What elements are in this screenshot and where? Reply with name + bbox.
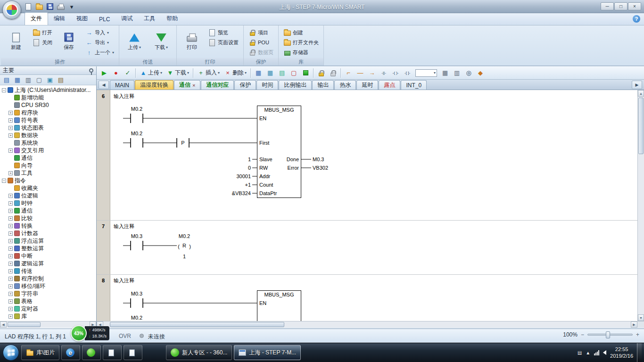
contact-m0-3[interactable]: M0.3 <box>123 233 177 250</box>
insert-box-button[interactable]: -[ ]- <box>402 68 413 78</box>
protect-data-page-button[interactable]: 数据页 <box>246 48 276 57</box>
close-button[interactable]: × <box>628 2 641 10</box>
previous-button[interactable]: ↑上一个▾ <box>83 48 116 57</box>
expand-expander-icon[interactable]: + <box>8 307 13 311</box>
tree-item-timers[interactable]: +定时器 <box>0 305 96 313</box>
mbus-msg-block-2[interactable]: MBUS_MSG EN <box>257 291 301 321</box>
zoom-in-button[interactable]: + <box>636 331 639 338</box>
address-combo-button[interactable]: ▾ <box>413 68 439 78</box>
tree-item-logic-ops[interactable]: +逻辑运算 <box>0 260 96 267</box>
bookmark-button[interactable]: ◆ <box>475 68 486 78</box>
open-library-folder-button[interactable]: 打开文件夹 <box>281 38 321 47</box>
tree-item-table-ops[interactable]: +表格 <box>0 297 96 305</box>
tab-communication[interactable]: 通信× <box>174 80 200 90</box>
wire-across-button[interactable]: — <box>355 68 366 78</box>
tree-item-interrupt[interactable]: +中断 <box>0 252 96 260</box>
tree-item-system-block[interactable]: 系统块 <box>0 139 96 147</box>
expand-expander-icon[interactable]: + <box>8 262 13 266</box>
tree-item-symbol-table[interactable]: +符号表 <box>0 116 96 124</box>
horizontal-scrollbar-thumb[interactable] <box>110 322 284 327</box>
expand-expander-icon[interactable]: + <box>8 209 13 213</box>
tree-item-integer-math[interactable]: +整数运算 <box>0 245 96 252</box>
import-button[interactable]: →导入▾ <box>83 28 116 37</box>
memory-button[interactable]: 存储器 <box>281 48 321 57</box>
run-led-button[interactable] <box>300 68 311 78</box>
expand-expander-icon[interactable]: + <box>8 299 13 304</box>
protect-pou-button[interactable]: POU <box>246 38 276 47</box>
restore-button[interactable]: □ <box>614 2 627 10</box>
tree-item-counters[interactable]: +计数器 <box>0 230 96 237</box>
tree-item-move[interactable]: +传送 <box>0 267 96 275</box>
pin-icon[interactable] <box>89 68 93 73</box>
download-button[interactable]: 下载▾ <box>149 27 174 57</box>
print-button[interactable]: 打印 <box>179 27 205 57</box>
zoom-slider[interactable] <box>587 334 633 336</box>
nav-view-2-button[interactable]: ▦ <box>13 76 22 84</box>
table-view-button[interactable]: ▦ <box>439 68 451 78</box>
tree-item-string[interactable]: +字符串 <box>0 290 96 297</box>
expand-expander-icon[interactable]: + <box>8 201 13 206</box>
help-icon[interactable]: ? <box>633 15 640 23</box>
menu-help[interactable]: 帮助 <box>161 13 183 25</box>
compile-button[interactable]: ✓ <box>122 68 133 78</box>
save-button[interactable]: 保存 <box>56 27 82 57</box>
tree-item-program-control[interactable]: +程序控制 <box>0 275 96 282</box>
tree-item-float-math[interactable]: +浮点运算 <box>0 237 96 245</box>
expand-expander-icon[interactable]: + <box>8 239 13 243</box>
expand-expander-icon[interactable]: + <box>8 216 13 221</box>
stop-button[interactable]: ● <box>110 68 122 78</box>
tree-item-instructions[interactable]: −指令 <box>0 177 96 184</box>
tab-scroll-right-button[interactable]: ▶ <box>632 81 642 89</box>
app-logo[interactable] <box>2 0 21 19</box>
expand-expander-icon[interactable]: + <box>8 194 13 198</box>
expand-expander-icon[interactable]: + <box>8 231 13 236</box>
wire-up-button[interactable]: ⌐ <box>343 68 354 78</box>
menu-debug[interactable]: 调试 <box>116 13 138 25</box>
tree-item-project-root[interactable]: −上海 (C:\Users\Administrator... <box>0 86 96 94</box>
nav-view-3-button[interactable]: ▥ <box>24 76 33 84</box>
tree-item-cpu[interactable]: CPU SR30 <box>0 101 96 109</box>
clock[interactable]: 22:55 2019/2/16 <box>610 346 633 359</box>
tab-temp-humidity[interactable]: 温湿度转换 <box>135 80 173 90</box>
menu-edit[interactable]: 编辑 <box>48 13 71 25</box>
expand-expander-icon[interactable]: + <box>8 269 13 273</box>
scroll-right-icon[interactable]: ▶ <box>631 321 637 328</box>
status-chart-window-button[interactable]: ▤ <box>276 68 288 78</box>
network-icon[interactable] <box>594 350 599 355</box>
wire-right-button[interactable]: → <box>366 68 378 78</box>
positive-edge-contact[interactable]: P <box>177 138 257 148</box>
collapse-expander-icon[interactable]: − <box>2 88 6 92</box>
page-setup-button[interactable]: 页面设置 <box>206 38 241 47</box>
tree-item-clock[interactable]: +时钟 <box>0 199 96 207</box>
browser-360-button[interactable] <box>82 345 101 360</box>
expand-expander-icon[interactable]: + <box>8 148 13 153</box>
export-button[interactable]: ←导出▾ <box>83 38 116 47</box>
menu-file[interactable]: 文件 <box>25 12 48 25</box>
delete-button[interactable]: ×删除▾ <box>222 68 248 78</box>
tree-item-tools[interactable]: +工具 <box>0 169 96 177</box>
tree-item-libraries[interactable]: +库 <box>0 313 96 320</box>
document-1-button[interactable] <box>103 345 122 360</box>
upload-button[interactable]: ▲上传▾ <box>138 68 164 78</box>
tree-item-cross-reference[interactable]: +交叉引用 <box>0 147 96 154</box>
close-button[interactable]: 关闭 <box>30 38 55 47</box>
create-library-button[interactable]: 创建 <box>281 28 321 37</box>
tab-hot-water[interactable]: 热水 <box>334 80 356 90</box>
hidden-icons-chevron[interactable]: ▲ <box>586 350 590 355</box>
close-window-button[interactable]: ▢ <box>288 68 299 78</box>
tree-item-comm-instructions[interactable]: +通信 <box>0 207 96 214</box>
zoom-out-button[interactable]: − <box>581 331 584 338</box>
protect-project-button[interactable]: 项目 <box>246 28 276 37</box>
chart-view-button[interactable]: ▥ <box>451 68 462 78</box>
tree-item-compare[interactable]: +比较 <box>0 214 96 222</box>
zoom-slider-thumb[interactable] <box>606 331 610 338</box>
nav-view-4-button[interactable]: ▢ <box>34 76 44 84</box>
expand-expander-icon[interactable]: + <box>8 224 13 228</box>
symbol-table-window-button[interactable]: ▦ <box>264 68 276 78</box>
insert-contact-button[interactable]: -||- <box>378 68 389 78</box>
tab-comm-mapping[interactable]: 通信对应 <box>201 80 234 90</box>
input-indicator-icon[interactable]: ▤ <box>578 350 582 355</box>
expand-expander-icon[interactable]: + <box>8 118 13 123</box>
pou-lock-button[interactable] <box>327 68 339 78</box>
minimize-button[interactable]: ─ <box>601 2 614 10</box>
